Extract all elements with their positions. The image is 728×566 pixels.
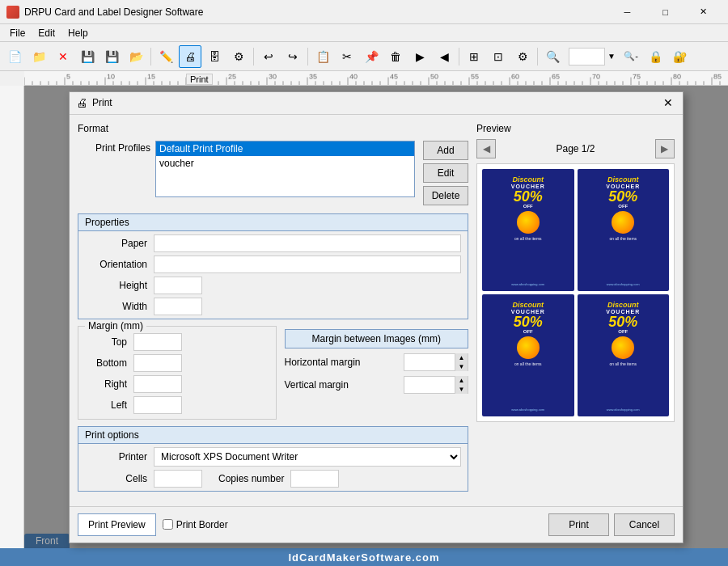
preview-next-button[interactable]: ▶ (655, 139, 675, 158)
copy-button[interactable]: 📋 (311, 45, 334, 68)
zoom-area: 70% ▼ (569, 45, 618, 68)
print-button[interactable]: 🖨 (179, 45, 201, 68)
card3-discount: Discount (512, 301, 544, 309)
orientation-input[interactable]: Portrait (154, 256, 461, 273)
cells-input[interactable]: 4 (154, 470, 202, 488)
horizontal-spin-up[interactable]: ▲ (455, 353, 468, 362)
card2-url: www.abcshopping.com (607, 282, 640, 288)
profile-item-voucher[interactable]: voucher (156, 156, 414, 171)
cells-label: Cells (85, 473, 154, 484)
printer-select[interactable]: Microsoft XPS Document Writer Microsoft … (154, 447, 461, 467)
top-row: Top 0 (85, 333, 269, 351)
dialog-footer: Print Preview Print Border Print Cancel (70, 506, 683, 543)
format-header: Format (78, 123, 468, 134)
close-button[interactable]: ✕ (685, 4, 722, 20)
card3-gift-icon (517, 336, 540, 359)
cut-button[interactable]: ✂ (336, 45, 358, 68)
zoom-dropdown[interactable]: ▼ (605, 45, 618, 68)
card1-items: on all the items (514, 236, 542, 241)
minimize-button[interactable]: ─ (609, 4, 645, 20)
zoom-in-btn[interactable]: 🔍- (620, 45, 642, 68)
card1-off: OFF (523, 204, 533, 209)
margin-between-header[interactable]: Margin between Images (mm) (285, 329, 469, 348)
cancel-button[interactable]: Cancel (614, 513, 675, 536)
horizontal-ruler (24, 71, 728, 86)
paper-input[interactable]: Letter (154, 234, 461, 252)
right-row: Right 0 (85, 375, 269, 393)
width-input[interactable]: 216 (154, 298, 202, 315)
dialog-close-button[interactable]: ✕ (660, 95, 676, 111)
height-label: Height (85, 280, 154, 291)
print-profiles-label: Print Profiles (78, 141, 150, 205)
open-button[interactable]: 📁 (28, 45, 50, 68)
vertical-spin-down[interactable]: ▼ (455, 385, 468, 394)
maximize-button[interactable]: □ (647, 4, 684, 20)
menu-file[interactable]: File (3, 26, 32, 40)
bottom-input[interactable]: 0 (133, 354, 182, 372)
paste-button[interactable]: 📌 (360, 45, 383, 68)
title-bar: DRPU Card and Label Designer Software ─ … (0, 0, 728, 24)
horizontal-margin-spinbox: 52.5 ▲ ▼ (404, 353, 468, 371)
vertical-margin-input[interactable]: 13.5 (404, 379, 455, 391)
menu-help[interactable]: Help (61, 26, 95, 40)
height-row: Height 279 (78, 277, 468, 294)
horizontal-spin-down[interactable]: ▼ (455, 362, 468, 371)
main-area: 🖨 Print ✕ Format Print Profiles (0, 86, 728, 548)
copies-label: Copies number (218, 473, 284, 484)
card2-off: OFF (618, 204, 628, 209)
delete-profile-button[interactable]: Delete (423, 186, 468, 205)
print-border-checkbox[interactable] (163, 519, 173, 530)
redo-button[interactable]: ↪ (281, 45, 304, 68)
horizontal-margin-row: Horizontal margin 52.5 ▲ ▼ (285, 353, 469, 371)
dialog-left-panel: Format Print Profiles Default Print Prof… (78, 123, 468, 498)
vertical-spin-up[interactable]: ▲ (455, 376, 468, 385)
top-input[interactable]: 0 (133, 333, 182, 351)
folder-button[interactable]: 📂 (125, 45, 147, 68)
left-input[interactable]: 0 (133, 396, 182, 414)
dialog-right-panel: Preview ◀ Page 1/2 ▶ Discount VOUCHER 50… (476, 123, 675, 498)
grid-button[interactable]: ⊞ (463, 45, 485, 68)
width-label: Width (85, 301, 154, 312)
save-as-button[interactable]: 💾 (100, 45, 123, 68)
preview-prev-button[interactable]: ◀ (476, 139, 496, 158)
window-controls: ─ □ ✕ (609, 4, 722, 20)
footer-left: Print Preview Print Border (78, 513, 228, 536)
new-button[interactable]: 📄 (3, 45, 26, 68)
print-final-button[interactable]: Print (548, 513, 609, 536)
dialog-body: Format Print Profiles Default Print Prof… (70, 115, 683, 506)
add-profile-button[interactable]: Add (423, 141, 468, 160)
zoom-out-btn[interactable]: 🔍 (541, 45, 564, 68)
lock2-btn[interactable]: 🔐 (668, 45, 691, 68)
top-label: Top (85, 336, 133, 348)
database-button[interactable]: 🗄 (203, 45, 226, 68)
properties-header: Properties (78, 213, 468, 231)
preview-card-2: Discount VOUCHER 50% OFF on all the item… (578, 169, 670, 291)
lock-btn[interactable]: 🔒 (644, 45, 667, 68)
bottom-bar-text: IdCardMakerSoftware.com (289, 551, 440, 564)
paper-row: Paper Letter (78, 234, 468, 252)
height-input[interactable]: 279 (154, 277, 202, 294)
settings-button[interactable]: ⚙ (227, 45, 250, 68)
horizontal-margin-input[interactable]: 52.5 (404, 357, 455, 368)
right-input[interactable]: 0 (133, 375, 182, 393)
profile-item-default[interactable]: Default Print Profile (156, 142, 414, 156)
menu-edit[interactable]: Edit (32, 26, 61, 40)
undo-button[interactable]: ↩ (257, 45, 280, 68)
edit-button[interactable]: ✏️ (154, 45, 177, 68)
edit-profile-button[interactable]: Edit (423, 163, 468, 183)
snap-button[interactable]: ⊡ (487, 45, 510, 68)
options-button[interactable]: ⚙ (511, 45, 534, 68)
app-icon (6, 6, 19, 19)
card4-off: OFF (618, 329, 628, 334)
back-button[interactable]: ◀ (433, 45, 455, 68)
delete-button[interactable]: 🗑 (384, 45, 407, 68)
forward-button[interactable]: ▶ (408, 45, 431, 68)
save-button[interactable]: 💾 (76, 45, 99, 68)
print-options-box: Print options Printer Microsoft XPS Docu… (78, 426, 468, 492)
print-border-label: Print Border (176, 519, 228, 530)
zoom-input[interactable]: 70% (569, 48, 605, 65)
close-button-toolbar[interactable]: ✕ (52, 45, 74, 68)
print-preview-button[interactable]: Print Preview (78, 513, 156, 536)
copies-input[interactable]: 1 (290, 470, 339, 488)
vertical-margin-spinbox: 13.5 ▲ ▼ (404, 376, 468, 394)
